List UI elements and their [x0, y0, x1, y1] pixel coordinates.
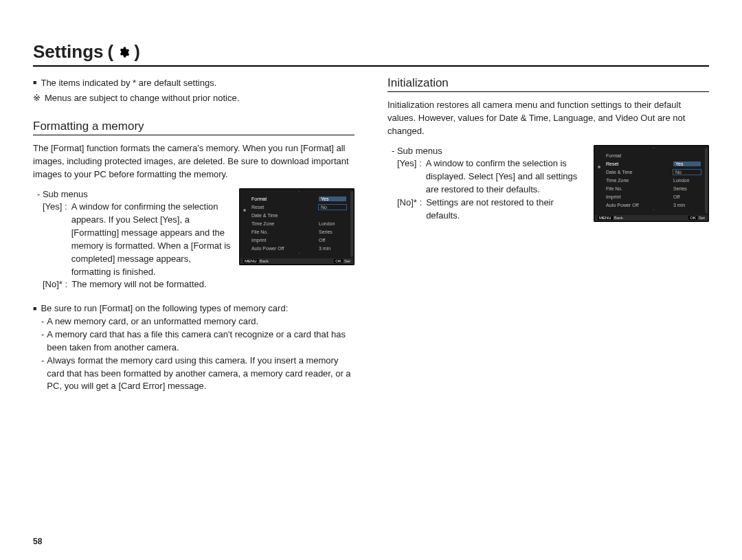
- content-columns: The items indicated by * are default set…: [33, 76, 709, 393]
- formatting-submenu-text: - Sub menus [Yes] : A window for confirm…: [33, 188, 231, 292]
- mini2-row-imprint: ImprintOff: [603, 193, 704, 201]
- open-paren: (: [108, 41, 114, 63]
- initialization-sub-label: - Sub menus: [387, 145, 585, 158]
- formatting-no-txt: The memory will not be formatted.: [71, 278, 207, 291]
- formatting-yes-txt: A window for confirming the selection ap…: [71, 201, 231, 278]
- mini-scrollbar-2: [705, 148, 708, 214]
- note-default: The items indicated by * are default set…: [41, 76, 216, 90]
- intro-notes: The items indicated by * are default set…: [33, 76, 355, 104]
- mini2-row-timezone: Time ZoneLondon: [603, 177, 704, 185]
- mini-footer: MENUBack OKSet: [240, 258, 353, 264]
- mini-gear-icon: [240, 191, 249, 257]
- mini-row-fileno: File No.Series: [249, 228, 349, 236]
- page-number: 58: [33, 537, 42, 546]
- page-title: Settings ( ): [33, 41, 709, 67]
- mini-footer-2: MENUBack OKSet: [595, 215, 708, 221]
- formatting-intro: The [Format] function formats the camera…: [33, 142, 355, 181]
- mini2-row-reset: ResetYes: [603, 160, 704, 168]
- right-column: Initialization Initialization restores a…: [387, 76, 709, 393]
- initialization-intro: Initialization restores all camera menu …: [387, 99, 709, 138]
- initialization-submenu-block: - Sub menus [Yes] : A window to confirm …: [387, 145, 709, 223]
- run-item-1: A new memory card, or an unformatted mem…: [47, 315, 258, 328]
- initialization-submenu-text: - Sub menus [Yes] : A window to confirm …: [387, 145, 585, 223]
- mini-row-autopower: Auto Power Off3 min: [249, 245, 349, 253]
- mini2-row-datetime: Date & TimeNo: [603, 168, 704, 177]
- initialization-heading: Initialization: [387, 76, 709, 92]
- mini-scrollbar: [350, 191, 353, 257]
- formatting-yes-key: [Yes] :: [43, 201, 67, 278]
- run-heading: Be sure to run [Format] on the following…: [41, 302, 288, 315]
- initialization-screenshot: ˄ Format ResetYes Date & TimeNo Time Zon…: [594, 145, 709, 222]
- initialization-yes-key: [Yes] :: [397, 157, 422, 197]
- formatting-heading: Formatting a memory: [33, 120, 355, 135]
- formatting-screenshot: ˄ FormatYes ResetNo Date & Time Time Zon…: [239, 188, 355, 265]
- svg-point-0: [243, 209, 246, 212]
- note-change: Menus are subject to change without prio…: [45, 91, 239, 105]
- caret-down-icon-2: ˅: [603, 210, 704, 214]
- page-title-text: Settings: [33, 41, 104, 63]
- mini-row-timezone: Time ZoneLondon: [249, 220, 349, 228]
- mini-gear-icon-2: [595, 148, 603, 214]
- mini2-row-autopower: Auto Power Off3 min: [603, 201, 704, 210]
- caret-down-icon: ˅: [249, 253, 349, 257]
- mini-row-datetime: Date & Time: [249, 212, 349, 220]
- mini2-row-fileno: File No.Series: [603, 185, 704, 193]
- initialization-yes-txt: A window to confirm the selection is dis…: [426, 157, 585, 197]
- svg-point-1: [598, 166, 600, 168]
- close-paren: ): [134, 41, 140, 63]
- formatting-no-key: [No]* :: [43, 278, 67, 291]
- mini-row-format: FormatYes: [249, 195, 349, 203]
- initialization-no-key: [No]* :: [397, 197, 422, 223]
- mini-row-reset: ResetNo: [249, 203, 349, 212]
- formatting-submenu-block: - Sub menus [Yes] : A window for confirm…: [33, 188, 355, 292]
- left-column: The items indicated by * are default set…: [33, 76, 355, 393]
- run-item-3: Always format the memory card using this…: [47, 355, 355, 394]
- formatting-sub-label: - Sub menus: [33, 188, 231, 201]
- gear-icon: [117, 46, 130, 58]
- run-item-2: A memory card that has a file this camer…: [47, 328, 355, 355]
- mini-row-imprint: ImprintOff: [249, 236, 349, 245]
- mini2-row-format: Format: [603, 152, 704, 160]
- formatting-run-list: Be sure to run [Format] on the following…: [33, 302, 355, 393]
- initialization-no-txt: Settings are not restored to their defau…: [426, 197, 585, 223]
